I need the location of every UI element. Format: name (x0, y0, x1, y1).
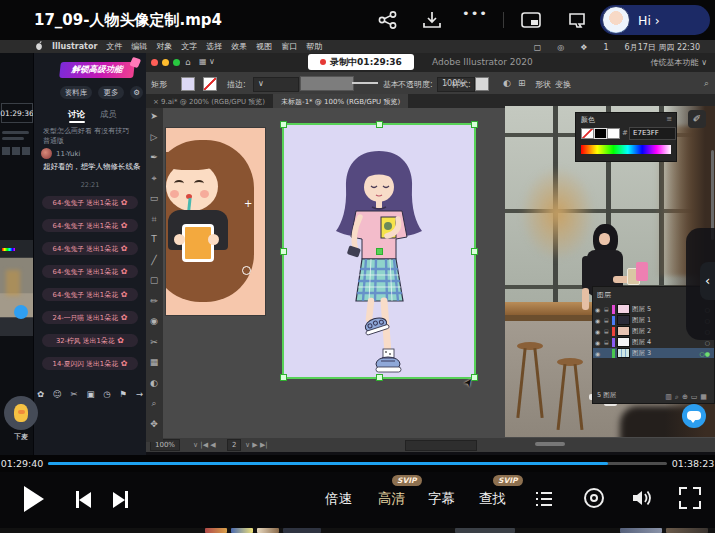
recolor-icon[interactable]: ◐ (503, 78, 511, 88)
pip-icon[interactable] (521, 11, 541, 29)
lock-icon[interactable]: ⬓ (604, 306, 610, 312)
premium-banner[interactable]: 解锁高级功能 (59, 62, 135, 78)
lock-icon[interactable]: ⬓ (604, 317, 610, 323)
selection-handle[interactable] (280, 121, 287, 128)
scissors-icon[interactable]: ✂ (71, 389, 78, 399)
layer-row[interactable]: ◉ 图层 3 ○● (593, 348, 714, 358)
user-avatar[interactable] (41, 148, 52, 159)
find-button[interactable]: 查找 (479, 490, 506, 508)
episode-thumb[interactable] (620, 528, 662, 533)
menu-item[interactable]: 帮助 (306, 41, 322, 52)
apple-menu-icon[interactable] (35, 41, 43, 52)
document-tab-active[interactable]: 未标题-1* @ 100% (RGB/GPU 预览) (273, 94, 408, 108)
document-tab[interactable]: × 9.ai* @ 200% (RGB/GPU 预览) (145, 94, 273, 108)
tool-icon[interactable]: ✏ (150, 297, 158, 306)
image-icon[interactable]: ▣ (86, 389, 94, 399)
quality-button[interactable]: 高清 (378, 490, 405, 508)
align-grid-icon[interactable]: ⊞ (518, 78, 526, 88)
chat-bubble-button[interactable] (682, 404, 706, 428)
brush-basic-label[interactable]: 基本 (383, 79, 399, 90)
stroke-swatch[interactable] (203, 77, 217, 91)
selection-handle[interactable] (280, 374, 287, 381)
bell-icon[interactable]: ⚑ (119, 389, 127, 399)
panel-menu-icon[interactable]: ≡ (666, 115, 672, 123)
video-frame[interactable]: Illustrator 文件 编辑 对象 文字 选择 效果 视图 窗口 帮助 ▢… (0, 40, 715, 455)
account-button[interactable]: Hi › (600, 5, 710, 35)
stroke-weight-stepper[interactable]: ∨ (253, 77, 299, 92)
eye-icon[interactable]: ◉ (595, 350, 602, 357)
mini-window-icon[interactable] (567, 11, 587, 29)
episode-thumb[interactable] (257, 528, 279, 533)
selection-handle[interactable] (471, 248, 478, 255)
tools-palette[interactable]: ➤▷✒⌖▭⌗T╱▢✏◉✂▦◐⌕✥ (145, 108, 163, 442)
artboard-nav-next[interactable]: ∨ ▶ ▶| (245, 441, 268, 449)
eye-icon[interactable]: ◉ (595, 328, 602, 335)
more-button[interactable]: 更多 (98, 86, 124, 99)
zoom-window-button[interactable] (173, 59, 180, 66)
playlist-icon[interactable] (534, 489, 554, 509)
seek-bar[interactable] (48, 462, 667, 465)
strip-blue-dot[interactable] (14, 305, 28, 319)
tool-icon[interactable]: ◉ (150, 317, 158, 326)
episode-thumb[interactable] (205, 528, 227, 533)
speed-button[interactable]: 倍速 (325, 490, 352, 508)
transform-label[interactable]: 变换 (555, 79, 571, 90)
selection-handle[interactable] (376, 374, 383, 381)
tool-icon[interactable]: ➤ (150, 112, 158, 121)
search-icon[interactable]: ⌕ (704, 78, 709, 89)
download-icon[interactable] (422, 11, 442, 29)
workspace-switcher[interactable]: 传统基本功能 ∨ (651, 57, 707, 68)
episode-thumb[interactable] (455, 528, 515, 533)
clock-icon[interactable]: ◷ (103, 389, 110, 399)
menu-item[interactable]: 文字 (181, 41, 197, 52)
status-dropdown[interactable] (405, 440, 477, 451)
artboard-nav-prev[interactable]: ∨ |◀ ◀ (193, 441, 216, 449)
width-profile-field[interactable] (300, 76, 354, 91)
next-button[interactable] (113, 491, 128, 508)
record-icon[interactable]: ◎ (557, 43, 564, 52)
volume-icon[interactable] (630, 487, 652, 509)
menu-item[interactable]: 对象 (156, 41, 172, 52)
fill-swatch[interactable] (181, 77, 195, 91)
menu-item[interactable]: 文件 (106, 41, 122, 52)
tool-icon[interactable]: ▦ (150, 358, 159, 367)
library-button[interactable]: 资料库 (60, 86, 92, 99)
tool-icon[interactable]: ⌗ (151, 215, 156, 224)
episode-thumb[interactable] (283, 528, 321, 533)
minimize-window-button[interactable] (162, 59, 169, 66)
grid-view-icon[interactable]: ▦ ∨ (199, 57, 215, 66)
chat-username[interactable]: 11-Yuki (56, 150, 81, 158)
send-arrow-icon[interactable]: → (136, 389, 143, 399)
none-swatch[interactable] (581, 128, 594, 139)
brushes-panel-icon[interactable]: ✐ (688, 110, 706, 128)
tool-icon[interactable]: ▢ (150, 276, 159, 285)
selection-handle[interactable] (376, 121, 383, 128)
lock-icon[interactable]: ⬓ (604, 328, 610, 334)
artboard-chibi-girl[interactable]: + (166, 128, 265, 315)
eye-icon[interactable]: ◉ (595, 339, 602, 346)
emoji-icon[interactable]: ☺ (53, 389, 62, 399)
artboard-number[interactable]: 2 (227, 439, 241, 451)
horizontal-scrollbar[interactable] (535, 442, 565, 446)
tool-icon[interactable]: ▭ (150, 194, 159, 203)
black-swatch[interactable] (594, 128, 607, 139)
danmaku-settings-icon[interactable] (584, 488, 604, 508)
collapse-handle[interactable]: ‹ (700, 262, 715, 300)
shape-label[interactable]: 形状 (535, 79, 551, 90)
episode-thumbnail-strip[interactable] (0, 528, 715, 533)
eye-icon[interactable]: ◉ (595, 306, 602, 313)
menu-item[interactable]: 选择 (206, 41, 222, 52)
episode-thumb[interactable] (231, 528, 253, 533)
lock-icon[interactable]: ⬓ (604, 339, 610, 345)
episode-thumb[interactable] (666, 528, 708, 533)
menubar-datetime[interactable]: 6月17日 周四 22:30 (625, 42, 700, 53)
menu-item[interactable]: 编辑 (131, 41, 147, 52)
selection-handle[interactable] (471, 121, 478, 128)
previous-button[interactable] (76, 491, 91, 508)
tool-icon[interactable]: ✂ (150, 338, 158, 347)
selection-handle[interactable] (280, 248, 287, 255)
tab-discussion[interactable]: 讨论 (68, 109, 85, 121)
layers-panel-actions[interactable]: ▥⌕⊕▭▦ (665, 393, 710, 401)
tool-icon[interactable]: ⌖ (151, 174, 156, 183)
menu-item[interactable]: 视图 (256, 41, 272, 52)
